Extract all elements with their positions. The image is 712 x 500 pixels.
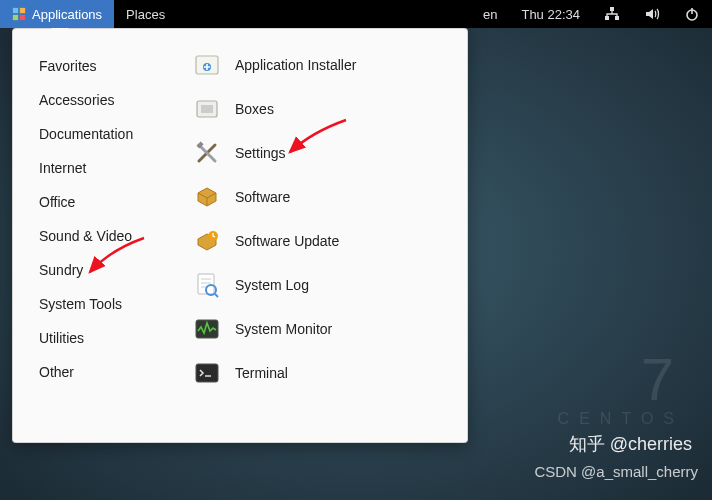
app-boxes[interactable]: Boxes [183,87,459,131]
svg-rect-3 [20,15,25,20]
app-label: Software Update [235,233,339,249]
app-application-installer[interactable]: Application Installer [183,43,459,87]
boxes-icon [193,95,221,123]
clock[interactable]: Thu 22:34 [509,0,592,28]
top-bar: Applications Places en Thu 22:34 [0,0,712,28]
category-utilities[interactable]: Utilities [39,321,165,355]
app-label: Application Installer [235,57,356,73]
power-icon[interactable] [672,0,712,28]
app-terminal[interactable]: Terminal [183,351,459,395]
software-icon [193,183,221,211]
centos-brand: 7 CENTOS [558,350,684,428]
volume-icon[interactable] [632,0,672,28]
svg-rect-5 [605,16,609,20]
places-label: Places [126,7,165,22]
network-icon[interactable] [592,0,632,28]
applications-label: Applications [32,7,102,22]
category-favorites[interactable]: Favorites [39,49,165,83]
app-software[interactable]: Software [183,175,459,219]
app-label: Terminal [235,365,288,381]
sysmon-icon [193,315,221,343]
brand-seven: 7 [558,350,684,410]
svg-rect-2 [13,15,18,20]
svg-rect-0 [13,8,18,13]
app-label: Boxes [235,101,274,117]
category-accessories[interactable]: Accessories [39,83,165,117]
svg-rect-11 [201,105,213,113]
svg-rect-17 [196,364,218,382]
places-menu-button[interactable]: Places [114,0,177,28]
applications-menu-button[interactable]: Applications [0,0,114,28]
category-sound-video[interactable]: Sound & Video [39,219,165,253]
application-list: Application Installer Boxes Settings Sof… [175,29,467,442]
app-label: Settings [235,145,286,161]
category-documentation[interactable]: Documentation [39,117,165,151]
app-label: System Log [235,277,309,293]
syslog-icon [193,271,221,299]
terminal-icon [193,359,221,387]
svg-rect-6 [615,16,619,20]
app-settings[interactable]: Settings [183,131,459,175]
app-label: Software [235,189,290,205]
watermark-zhihu: 知乎 @cherries [569,432,692,456]
category-system-tools[interactable]: System Tools [39,287,165,321]
category-list: Favorites Accessories Documentation Inte… [13,29,175,442]
update-icon [193,227,221,255]
category-other[interactable]: Other [39,355,165,389]
app-system-log[interactable]: System Log [183,263,459,307]
applications-menu-panel: Favorites Accessories Documentation Inte… [12,28,468,443]
app-system-monitor[interactable]: System Monitor [183,307,459,351]
settings-icon [193,139,221,167]
svg-rect-1 [20,8,25,13]
category-office[interactable]: Office [39,185,165,219]
lang-indicator[interactable]: en [471,0,509,28]
watermark-csdn: CSDN @a_small_cherry [534,463,698,480]
applications-icon [12,7,26,21]
app-label: System Monitor [235,321,332,337]
category-sundry[interactable]: Sundry [39,253,165,287]
installer-icon [193,51,221,79]
category-internet[interactable]: Internet [39,151,165,185]
app-software-update[interactable]: Software Update [183,219,459,263]
svg-rect-4 [610,7,614,11]
brand-centos: CENTOS [558,410,684,428]
